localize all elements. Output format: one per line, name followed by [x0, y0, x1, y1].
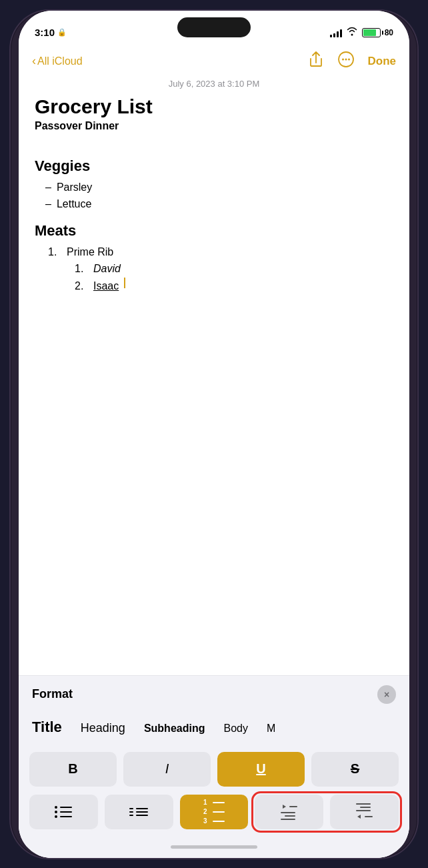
indent-increase-button[interactable]: [330, 795, 399, 829]
style-option-monospaced[interactable]: M: [257, 720, 285, 737]
svg-point-1: [342, 58, 344, 60]
status-bar: 3:10 🔒: [19, 11, 409, 45]
wifi-icon: [346, 27, 358, 38]
time-label: 3:10: [35, 27, 55, 38]
item-text: Parsley: [57, 179, 92, 196]
text-cursor: [124, 278, 125, 288]
meats-list: 1. Prime Rib 1. David 2. Isaac: [48, 244, 393, 295]
status-icons: 80: [330, 27, 393, 38]
strikethrough-button[interactable]: S: [311, 752, 399, 787]
back-label: All iCloud: [37, 55, 83, 67]
item-text-underline: Isaac: [93, 278, 119, 295]
svg-point-3: [348, 58, 350, 60]
list-item: 1. Prime Rib: [48, 244, 393, 261]
style-option-heading[interactable]: Heading: [71, 719, 135, 738]
status-time: 3:10 🔒: [35, 27, 67, 38]
strikethrough-icon: S: [351, 761, 359, 777]
signal-bar-1: [330, 35, 332, 37]
style-option-body[interactable]: Body: [214, 720, 257, 737]
phone-screen: 3:10 🔒: [19, 11, 409, 858]
meats-heading: Meats: [35, 222, 393, 240]
nav-bar: ‹ All iCloud: [19, 45, 409, 77]
veggies-heading: Veggies: [35, 157, 393, 175]
back-button[interactable]: ‹ All iCloud: [32, 54, 83, 68]
note-subtitle: Passover Dinner: [35, 120, 393, 132]
nav-actions: Done: [308, 51, 397, 72]
format-row-2: 1 2 3: [19, 791, 409, 839]
share-icon[interactable]: [308, 51, 324, 72]
style-picker-row[interactable]: Title Heading Subheading Body M: [19, 711, 409, 748]
underline-button[interactable]: U: [217, 752, 305, 787]
format-header: Format ×: [19, 676, 409, 711]
more-options-icon[interactable]: [337, 51, 355, 72]
signal-bar-4: [340, 29, 342, 37]
svg-point-2: [345, 58, 347, 60]
list-item: 2. Isaac: [75, 278, 393, 295]
italic-icon: I: [165, 761, 169, 777]
numbered-list-button[interactable]: 1 2 3: [180, 795, 249, 829]
battery-percentage: 80: [385, 28, 393, 37]
dash-symbol: –: [45, 179, 51, 196]
done-button[interactable]: Done: [368, 55, 397, 68]
dash-symbol: –: [45, 195, 51, 213]
num-label: 1.: [75, 260, 88, 278]
list-item: – Lettuce: [45, 195, 393, 213]
home-indicator-area: [19, 839, 409, 858]
battery-indicator: 80: [362, 28, 393, 37]
item-text: Lettuce: [57, 195, 91, 213]
back-chevron-icon: ‹: [32, 54, 36, 68]
format-row-1: B I U S: [19, 748, 409, 791]
home-bar: [171, 845, 257, 849]
note-title: Grocery List: [35, 95, 393, 117]
close-icon: ×: [384, 689, 389, 700]
signal-bars: [330, 28, 342, 37]
bullet-list-icon: [55, 806, 72, 818]
format-panel: Format × Title Heading Subheading Body M…: [19, 676, 409, 858]
italic-button[interactable]: I: [123, 752, 211, 787]
item-text-italic: David: [93, 260, 121, 278]
dynamic-island: [177, 17, 251, 37]
format-title: Format: [32, 687, 73, 701]
underline-icon: U: [256, 761, 265, 777]
style-option-subheading[interactable]: Subheading: [135, 720, 215, 737]
list-item: 1. David: [75, 260, 393, 278]
sub-list: 1. David 2. Isaac: [75, 260, 393, 294]
signal-bar-3: [337, 31, 339, 37]
bold-icon: B: [68, 761, 77, 777]
num-label: 2.: [75, 278, 88, 295]
item-text: Prime Rib: [67, 244, 113, 261]
list-item: – Parsley: [45, 179, 393, 196]
lock-icon: 🔒: [57, 28, 67, 37]
dash-list-icon: [129, 808, 148, 816]
format-close-button[interactable]: ×: [377, 685, 396, 704]
dash-list-button[interactable]: [105, 795, 173, 829]
note-content[interactable]: Grocery List Passover Dinner Veggies – P…: [19, 95, 409, 675]
num-label: 1.: [48, 244, 61, 261]
phone-frame: 3:10 🔒: [11, 11, 417, 858]
indent-decrease-button[interactable]: [255, 795, 323, 829]
note-date: July 6, 2023 at 3:10 PM: [19, 77, 409, 95]
signal-bar-2: [333, 33, 335, 37]
bold-button[interactable]: B: [29, 752, 117, 787]
bullet-list-button[interactable]: [29, 795, 98, 829]
veggies-list: – Parsley – Lettuce: [45, 179, 393, 213]
style-option-title[interactable]: Title: [32, 716, 71, 739]
